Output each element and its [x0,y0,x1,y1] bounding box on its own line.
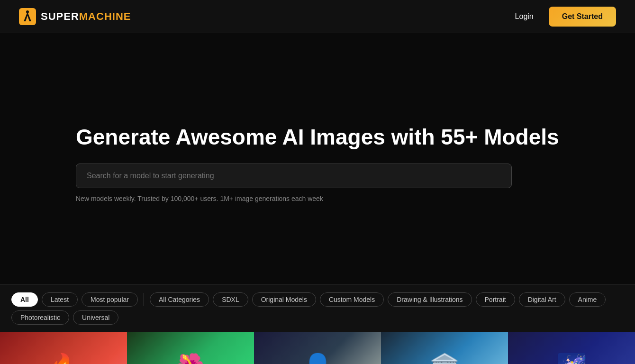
filter-btn-drawing-illustrations[interactable]: Drawing & Illustrations [388,292,472,307]
logo-text: SUPERMACHINE [41,10,131,23]
filter-btn-most-popular[interactable]: Most popular [82,292,138,307]
hero-section: Generate Awesome AI Images with 55+ Mode… [0,33,635,284]
filter-btn-original-models[interactable]: Original Models [252,292,316,307]
filter-btn-digital-art[interactable]: Digital Art [519,292,565,307]
get-started-button[interactable]: Get Started [549,7,616,27]
filter-btn-all[interactable]: All [11,292,38,307]
filter-btn-sdxl[interactable]: SDXL [213,292,248,307]
filter-btn-portrait[interactable]: Portrait [476,292,515,307]
card-5[interactable]: 🌌 ♥ 2084 🔖 Save [508,332,635,364]
svg-point-2 [26,10,29,13]
login-button[interactable]: Login [508,9,541,25]
card-3[interactable]: 👤 ♥ 1554 🔖 Save [254,332,381,364]
header-nav: Login Get Started [508,7,616,27]
filter-btn-universal[interactable]: Universal [73,310,118,325]
card-bg-1: 🔥 [0,332,127,364]
cards-row: 🔥 ♥ 126 🔖 Save 🌺 ♥ 8975 🔖 Save [0,332,635,364]
filter-btn-photorealistic[interactable]: Photorealistic [11,310,69,325]
logo[interactable]: SUPERMACHINE [19,8,131,25]
logo-icon [19,8,36,25]
filter-btn-custom-models[interactable]: Custom Models [320,292,384,307]
card-1[interactable]: 🔥 ♥ 126 🔖 Save [0,332,127,364]
filter-separator [144,293,144,306]
filter-btn-anime[interactable]: Anime [569,292,606,307]
header: SUPERMACHINE Login Get Started [0,0,635,33]
hero-title: Generate Awesome AI Images with 55+ Mode… [76,125,559,150]
filter-btn-latest[interactable]: Latest [42,292,78,307]
card-2[interactable]: 🌺 ♥ 8975 🔖 Save [127,332,254,364]
filter-btn-all-categories[interactable]: All Categories [150,292,209,307]
card-bg-4: 🏛️ [381,332,508,364]
filter-bar: AllLatestMost popularAll CategoriesSDXLO… [0,284,635,332]
card-bg-5: 🌌 [508,332,635,364]
search-input[interactable] [76,164,512,188]
card-bg-3: 👤 [254,332,381,364]
card-4[interactable]: 🏛️ ♥ 4123 🔖 Save [381,332,508,364]
card-bg-2: 🌺 [127,332,254,364]
hero-subtext: New models weekly. Trusted by 100,000+ u… [76,195,323,202]
